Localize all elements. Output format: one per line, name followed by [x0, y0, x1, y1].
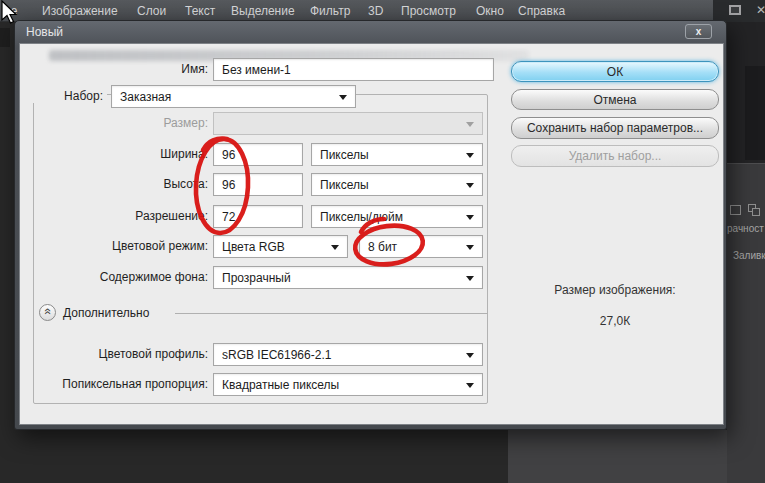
panel-background-fragment [508, 430, 727, 483]
menu-item-3d[interactable]: 3D [368, 4, 383, 18]
resolution-unit-value: Пикселы/дюйм [320, 210, 403, 224]
advanced-label: Дополнительно [63, 306, 173, 320]
size-dropdown [213, 112, 483, 135]
background-contents-dropdown[interactable]: Прозрачный [213, 266, 483, 289]
dropdown-arrow-icon [339, 95, 347, 100]
color-mode-value: Цвета RGB [222, 240, 285, 254]
name-value: Без имени-1 [222, 63, 291, 77]
color-mode-label: Цветовой режим: [35, 239, 208, 253]
bit-depth-value: 8 бит [368, 240, 397, 254]
dropdown-arrow-icon [466, 122, 474, 127]
document-area-inner [745, 66, 765, 160]
toolbar-fragment [0, 28, 10, 47]
height-label: Высота: [115, 177, 208, 191]
name-input[interactable]: Без имени-1 [213, 58, 494, 81]
width-value: 96 [222, 148, 235, 162]
window-close-icon[interactable]: ✕ [756, 3, 765, 17]
advanced-separator [175, 313, 488, 314]
width-label: Ширина: [115, 147, 208, 161]
layers-square-icon-overlap [752, 208, 760, 216]
height-unit-value: Пикселы [320, 178, 369, 192]
background-contents-label: Содержимое фона: [35, 270, 208, 284]
background-contents-value: Прозрачный [222, 271, 291, 285]
preset-dropdown[interactable]: Заказная [111, 85, 356, 108]
dialog-title: Новый [26, 25, 63, 39]
delete-preset-button: Удалить набор... [511, 145, 719, 167]
menu-item-select[interactable]: Выделение [231, 4, 295, 18]
dropdown-arrow-icon [466, 383, 474, 388]
fill-label-fragment: Заливк [733, 250, 765, 261]
menu-bar: ие Изображение Слои Текст Выделение Филь… [0, 0, 765, 22]
dropdown-arrow-icon [466, 183, 474, 188]
menu-item-type[interactable]: Текст [185, 4, 215, 18]
resolution-value: 72 [222, 210, 235, 224]
height-input[interactable]: 96 [213, 173, 303, 196]
selection-square-icon [730, 205, 741, 215]
mouse-cursor-icon [0, 0, 20, 26]
layers-panel-fragment: рачност Заливк [727, 163, 765, 483]
dropdown-arrow-icon [466, 153, 474, 158]
menu-item-view[interactable]: Просмотр [401, 4, 456, 18]
dropdown-arrow-icon [466, 353, 474, 358]
preset-label: Набор: [27, 89, 107, 103]
advanced-collapse-button[interactable]: « [39, 304, 56, 321]
resolution-unit-dropdown[interactable]: Пикселы/дюйм [311, 205, 483, 228]
opacity-label-fragment: рачност [727, 223, 764, 234]
bit-depth-dropdown[interactable]: 8 бит [359, 235, 483, 258]
dropdown-arrow-icon [466, 276, 474, 281]
ok-button[interactable]: ОК [511, 61, 719, 82]
maximize-icon[interactable] [729, 5, 741, 15]
color-mode-dropdown[interactable]: Цвета RGB [213, 235, 348, 258]
image-size-label: Размер изображения: [511, 283, 719, 297]
dropdown-arrow-icon [331, 245, 339, 250]
pixel-aspect-dropdown[interactable]: Квадратные пикселы [213, 373, 483, 396]
dialog-close-button[interactable]: x [685, 24, 712, 39]
preset-value: Заказная [120, 90, 171, 104]
image-size-value: 27,0К [511, 314, 719, 328]
pixel-aspect-value: Квадратные пикселы [222, 378, 339, 392]
color-profile-value: sRGB IEC61966-2.1 [222, 348, 331, 362]
dropdown-arrow-icon [466, 245, 474, 250]
pixel-aspect-label: Попиксельная пропорция: [23, 377, 208, 391]
menu-item-image[interactable]: Изображение [42, 4, 118, 18]
new-document-dialog: Новый x Имя: Без имени-1 Набор: Заказная… [14, 20, 727, 430]
width-unit-value: Пикселы [320, 148, 369, 162]
width-unit-dropdown[interactable]: Пикселы [311, 143, 483, 166]
collapse-chevrons-icon: « [41, 308, 55, 318]
height-value: 96 [222, 178, 235, 192]
height-unit-dropdown[interactable]: Пикселы [311, 173, 483, 196]
resolution-input[interactable]: 72 [213, 205, 303, 228]
size-label: Размер: [115, 116, 208, 130]
width-input[interactable]: 96 [213, 143, 303, 166]
resolution-label: Разрешение: [115, 209, 208, 223]
dropdown-arrow-icon [466, 215, 474, 220]
menu-item-window[interactable]: Окно [476, 4, 504, 18]
name-label: Имя: [115, 62, 208, 76]
menu-item-filter[interactable]: Фильтр [310, 4, 350, 18]
menu-item-help[interactable]: Справка [518, 4, 565, 18]
color-profile-dropdown[interactable]: sRGB IEC61966-2.1 [213, 343, 483, 366]
save-preset-button[interactable]: Сохранить набор параметров... [511, 117, 719, 139]
cancel-button[interactable]: Отмена [511, 89, 719, 110]
menu-item-layers[interactable]: Слои [137, 4, 166, 18]
color-profile-label: Цветовой профиль: [35, 347, 208, 361]
